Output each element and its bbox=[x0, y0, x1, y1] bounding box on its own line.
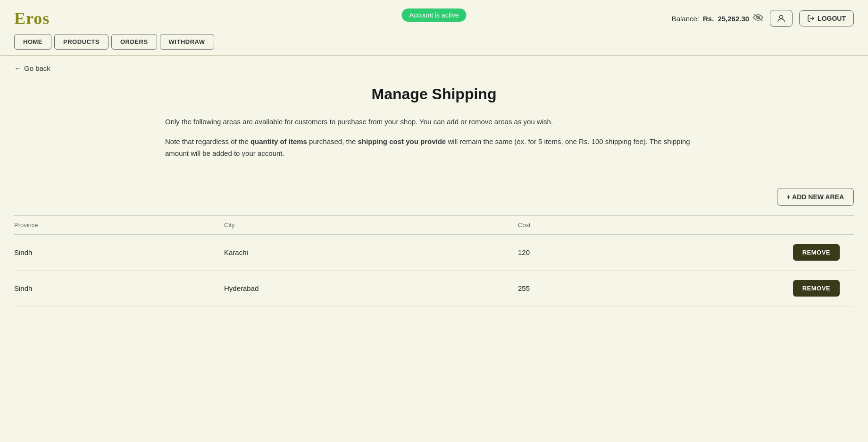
table-row: Sindh Hyderabad 255 REMOVE bbox=[14, 270, 854, 306]
nav-withdraw[interactable]: WITHDRAW bbox=[160, 34, 214, 50]
remove-button-1[interactable]: REMOVE bbox=[793, 280, 840, 297]
nav-products[interactable]: PRODUCTS bbox=[54, 34, 108, 50]
go-back-link[interactable]: ← Go back bbox=[0, 56, 65, 81]
navigation: HOME PRODUCTS ORDERS WITHDRAW bbox=[0, 28, 868, 50]
cell-city-1: Hyderabad bbox=[224, 270, 518, 306]
table-row: Sindh Karachi 120 REMOVE bbox=[14, 234, 854, 270]
shipping-table-wrapper: Province City Cost Sindh Karachi 120 REM… bbox=[0, 215, 868, 306]
back-arrow-icon: ← bbox=[14, 64, 21, 72]
go-back-label: Go back bbox=[24, 64, 50, 72]
brand-logo: Eros bbox=[14, 8, 50, 28]
cell-province-0: Sindh bbox=[14, 234, 224, 270]
cell-cost-0: 120 bbox=[518, 234, 686, 270]
table-header-row: Province City Cost bbox=[14, 215, 854, 234]
add-area-container: + ADD NEW AREA bbox=[0, 188, 868, 206]
balance-container: Balance: Rs. 25,262.30 bbox=[672, 14, 763, 24]
cell-province-1: Sindh bbox=[14, 270, 224, 306]
svg-line-1 bbox=[754, 14, 762, 21]
nav-orders[interactable]: ORDERS bbox=[111, 34, 157, 50]
balance-currency: Rs. bbox=[703, 15, 714, 23]
account-status-badge: Account is active bbox=[401, 8, 466, 22]
column-header-cost: Cost bbox=[518, 215, 686, 234]
cell-cost-1: 255 bbox=[518, 270, 686, 306]
page-title: Manage Shipping bbox=[165, 85, 703, 103]
cell-action-0: REMOVE bbox=[686, 234, 854, 270]
logout-button[interactable]: LOGOUT bbox=[799, 10, 854, 26]
column-header-city: City bbox=[224, 215, 518, 234]
balance-label: Balance: bbox=[672, 15, 699, 23]
logout-label: LOGOUT bbox=[818, 15, 846, 22]
main-content: Manage Shipping Only the following areas… bbox=[151, 81, 717, 188]
remove-button-0[interactable]: REMOVE bbox=[793, 244, 840, 261]
profile-button[interactable] bbox=[770, 10, 793, 27]
header-right: Balance: Rs. 25,262.30 L bbox=[672, 10, 854, 27]
cell-city-0: Karachi bbox=[224, 234, 518, 270]
nav-home[interactable]: HOME bbox=[14, 34, 51, 50]
column-header-province: Province bbox=[14, 215, 224, 234]
cell-action-1: REMOVE bbox=[686, 270, 854, 306]
hide-balance-icon[interactable] bbox=[753, 14, 763, 24]
svg-point-2 bbox=[780, 16, 783, 19]
shipping-table: Province City Cost Sindh Karachi 120 REM… bbox=[14, 215, 854, 306]
add-new-area-button[interactable]: + ADD NEW AREA bbox=[777, 188, 854, 206]
column-header-action bbox=[686, 215, 854, 234]
description-text: Only the following areas are available f… bbox=[165, 116, 703, 128]
header: Eros Account is active Balance: Rs. 25,2… bbox=[0, 0, 868, 28]
note-text: Note that regardless of the quantity of … bbox=[165, 136, 703, 160]
balance-amount: 25,262.30 bbox=[718, 15, 749, 23]
nav-divider bbox=[0, 55, 868, 56]
